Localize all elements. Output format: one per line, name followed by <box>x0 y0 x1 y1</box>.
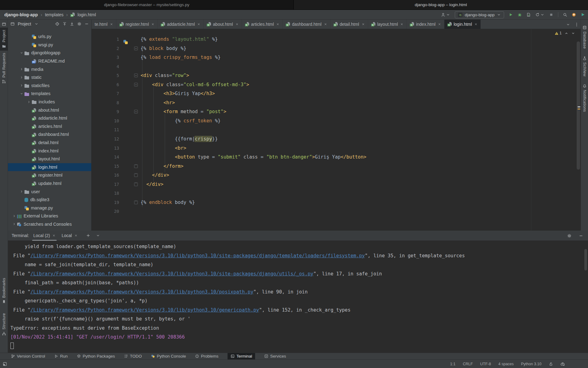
tree-item-index.html[interactable]: Hindex.html <box>8 147 91 155</box>
tab-register.html[interactable]: Hregister.html <box>116 20 158 29</box>
chevron-right-icon[interactable] <box>11 222 17 226</box>
hidden-tabs-icon[interactable] <box>566 22 570 27</box>
hide-terminal-icon[interactable] <box>579 234 583 238</box>
stacktrace-link[interactable]: /Library/Frameworks/Python.framework/Ver… <box>30 253 365 259</box>
breadcrumb-file[interactable]: login.html <box>77 12 96 17</box>
toolwindow-TODO[interactable]: TODO <box>124 353 142 360</box>
cloud-help-icon[interactable] <box>560 362 565 366</box>
close-icon[interactable] <box>197 23 200 26</box>
next-problem-icon[interactable] <box>571 31 575 35</box>
terminal-dropdown-icon[interactable] <box>96 233 100 238</box>
chevron-down-icon[interactable] <box>18 92 24 95</box>
close-icon[interactable] <box>151 23 154 26</box>
chevron-right-icon[interactable] <box>26 100 32 104</box>
tree-item-staticfiles[interactable]: staticfiles <box>8 82 91 90</box>
search-everywhere-icon[interactable] <box>563 13 567 17</box>
toolwindows-toggle-icon[interactable] <box>0 362 7 366</box>
tree-item-djangoblogapp[interactable]: djangoblogapp <box>8 49 91 57</box>
tree-item-README.md[interactable]: MDREADME.md <box>8 57 91 65</box>
tree-item-layout.html[interactable]: Hlayout.html <box>8 155 91 163</box>
tree-item-about.html[interactable]: Habout.html <box>8 106 91 114</box>
close-icon[interactable] <box>110 23 113 26</box>
tree-item-register.html[interactable]: Hregister.html <box>8 171 91 179</box>
run-with-console-button[interactable] <box>526 13 531 17</box>
tree-item-templates[interactable]: templates <box>8 90 91 98</box>
stripe-item-Project[interactable]: Project <box>0 28 8 51</box>
locate-file-icon[interactable] <box>55 22 59 26</box>
terminal-output[interactable]: yield from loader.get_template_sources(t… <box>8 241 588 353</box>
close-icon[interactable] <box>400 23 403 26</box>
editor-scrollbar[interactable] <box>577 41 580 170</box>
tree-item-db.sqlite3[interactable]: db.sqlite3 <box>8 196 91 204</box>
rerun-button[interactable] <box>535 13 545 17</box>
toolwindow-Terminal[interactable]: Terminal <box>228 353 255 360</box>
tree-item-addarticle.html[interactable]: Haddarticle.html <box>8 114 91 122</box>
run-button[interactable] <box>509 13 513 17</box>
terminal-tab-Local (2)[interactable]: Local (2) <box>30 231 58 241</box>
stacktrace-link[interactable]: /Library/Frameworks/Python.framework/Ver… <box>30 307 259 313</box>
editor[interactable]: te.htmlHregister.htmlHaddarticle.htmlHab… <box>91 20 581 231</box>
status-Python 3.10[interactable]: Python 3.10 <box>521 362 541 366</box>
stripe-item-Database[interactable]: Database <box>581 23 588 51</box>
tab-articles.html[interactable]: Harticles.html <box>242 20 283 29</box>
fold-marker-icon[interactable]: − <box>134 83 138 86</box>
project-panel-title[interactable]: Project <box>18 21 31 26</box>
chevron-down-icon[interactable] <box>18 51 24 55</box>
breadcrumb-project[interactable]: django-blog-app <box>4 12 38 17</box>
status-1:1[interactable]: 1:1 <box>450 362 455 366</box>
close-icon[interactable] <box>474 23 477 26</box>
tab-dashboard.html[interactable]: Hdashboard.html <box>283 20 330 29</box>
toolwindow-Version Control[interactable]: Version Control <box>11 353 45 360</box>
toolwindow-Python Packages[interactable]: Python Packages <box>77 353 115 360</box>
fold-marker-icon[interactable]: ˆ <box>134 182 138 186</box>
fold-marker-icon[interactable]: ˆ <box>134 164 138 168</box>
run-anything-icon[interactable] <box>581 13 585 17</box>
stripe-item-Structure[interactable]: Structure <box>0 311 8 338</box>
close-icon[interactable] <box>74 234 77 237</box>
expand-all-icon[interactable] <box>62 22 67 26</box>
terminal-settings-icon[interactable] <box>567 234 571 238</box>
user-icon[interactable] <box>441 13 450 17</box>
close-icon[interactable] <box>438 23 441 26</box>
fold-marker-icon[interactable]: ˆ <box>134 173 138 177</box>
tree-item-user[interactable]: user <box>8 187 91 196</box>
tree-item-Scratches and Consoles[interactable]: Scratches and Consoles <box>8 220 91 228</box>
chevron-down-icon[interactable] <box>34 22 39 26</box>
tree-item-dashboard.html[interactable]: Hdashboard.html <box>8 130 91 139</box>
tree-item-static[interactable]: static <box>8 73 91 82</box>
chevron-right-icon[interactable] <box>18 76 24 79</box>
breadcrumb-folder[interactable]: templates <box>45 12 64 17</box>
stripe-item-Bookmarks[interactable]: Bookmarks <box>0 276 8 306</box>
toolwindow-Run[interactable]: Run <box>54 353 68 360</box>
fold-marker-icon[interactable]: − <box>134 47 138 50</box>
stop-button[interactable] <box>549 13 553 17</box>
lock-icon[interactable] <box>549 362 553 366</box>
tree-item-detail.html[interactable]: Hdetail.html <box>8 139 91 147</box>
stripe-item-SciView[interactable]: SciView <box>581 54 588 79</box>
stripe-item-Pull Requests[interactable]: Pull Requests <box>0 51 8 86</box>
tree-item-articles.html[interactable]: Harticles.html <box>8 122 91 131</box>
prev-problem-icon[interactable] <box>564 31 568 35</box>
status-UTF-8[interactable]: UTF-8 <box>480 362 491 366</box>
chevron-right-icon[interactable] <box>18 190 24 193</box>
close-icon[interactable] <box>324 23 327 26</box>
stripe-item-Notifications[interactable]: Notifications <box>581 82 588 114</box>
tab-options-icon[interactable] <box>575 22 579 27</box>
toolwindow-Services[interactable]: Services <box>264 353 286 360</box>
code-editor[interactable]: 1{% extends "layout.html" %}2−{% block b… <box>92 29 581 231</box>
stacktrace-link[interactable]: /Library/Frameworks/Python.framework/Ver… <box>30 271 313 277</box>
status-4 spaces[interactable]: 4 spaces <box>498 362 514 366</box>
hide-panel-icon[interactable] <box>85 22 89 26</box>
tree-item-External Libraries[interactable]: External Libraries <box>8 212 91 220</box>
tree-item-includes[interactable]: includes <box>8 98 91 106</box>
tab-layout.html[interactable]: Hlayout.html <box>368 20 407 29</box>
tab-detail.html[interactable]: Hdetail.html <box>330 20 368 29</box>
stacktrace-link[interactable]: /Library/Frameworks/Python.framework/Ver… <box>30 289 253 295</box>
close-icon[interactable] <box>276 23 279 26</box>
tab-about.html[interactable]: Habout.html <box>204 20 242 29</box>
tree-item-wsgi.py[interactable]: wsgi.py <box>8 41 91 49</box>
fold-marker-icon[interactable]: ˆ <box>134 201 138 204</box>
close-icon[interactable] <box>362 23 365 26</box>
tree-item-media[interactable]: media <box>8 65 91 73</box>
chevron-right-icon[interactable] <box>18 84 24 87</box>
